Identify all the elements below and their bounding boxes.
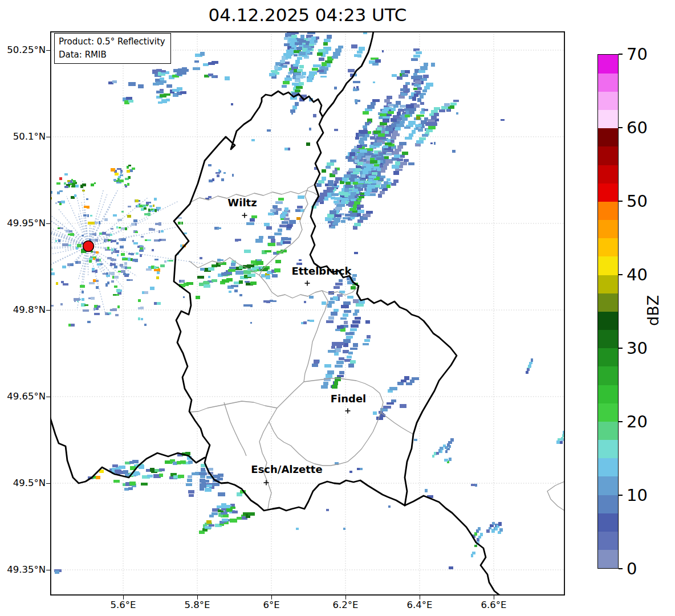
echo-cell <box>156 276 159 279</box>
echo-cell <box>200 483 205 486</box>
echo-cell <box>399 142 406 145</box>
echo-cell <box>453 100 459 103</box>
echo-cell <box>111 228 113 230</box>
echo-cell <box>373 81 375 83</box>
echo-cell <box>332 222 338 225</box>
colorbar-tick-mark <box>619 568 623 569</box>
echo-cell <box>415 124 421 127</box>
echo-cell <box>344 310 351 313</box>
echo-cell <box>341 198 349 201</box>
echo-cluster <box>373 376 419 420</box>
echo-cell <box>471 484 475 487</box>
echo-cell <box>439 109 445 112</box>
echo-cell <box>178 222 181 224</box>
colorbar-segment <box>598 183 618 202</box>
echo-cell <box>331 346 336 349</box>
echo-cell <box>413 55 421 58</box>
echo-cell <box>391 399 396 402</box>
echo-cell <box>59 190 63 192</box>
echo-cell <box>400 88 405 91</box>
echo-cell <box>336 361 344 364</box>
echo-cell <box>221 178 224 181</box>
echo-cell <box>339 279 343 283</box>
echo-cell <box>366 211 373 214</box>
echo-cell <box>379 116 383 119</box>
echo-cell <box>357 219 363 223</box>
echo-cell <box>300 35 304 39</box>
echo-cell <box>357 156 361 160</box>
echo-cell <box>365 156 371 159</box>
colorbar-segment <box>598 421 618 440</box>
echo-cell <box>131 223 135 226</box>
echo-cell <box>351 217 355 219</box>
echo-cell <box>231 263 235 266</box>
echo-cell <box>387 402 394 405</box>
echo-cell <box>288 148 291 150</box>
echo-cell <box>197 276 204 279</box>
echo-cell <box>396 101 401 105</box>
echo-cell <box>452 150 456 153</box>
echo-cell <box>286 55 292 59</box>
echo-cell <box>416 127 418 130</box>
echo-cell <box>265 250 271 253</box>
district-border-line <box>259 275 359 298</box>
echo-cluster <box>556 431 565 444</box>
echo-cell <box>291 112 294 115</box>
echo-cell <box>343 350 349 353</box>
echo-cell <box>111 168 115 172</box>
echo-cell <box>125 258 128 260</box>
echo-cell <box>102 232 106 235</box>
echo-cell <box>255 239 263 243</box>
echo-cell <box>159 474 163 478</box>
echo-cell <box>354 54 361 57</box>
echo-cell <box>181 280 185 283</box>
echo-cell <box>372 172 377 176</box>
echo-cell <box>239 280 243 284</box>
colorbar-segment <box>598 403 618 422</box>
echo-cell <box>111 239 112 242</box>
echo-cell <box>128 487 133 491</box>
echo-cell <box>87 214 89 217</box>
echo-cell <box>164 93 170 96</box>
echo-cell <box>62 266 67 268</box>
echo-cell <box>58 227 59 229</box>
echo-cluster <box>54 569 61 574</box>
echo-cell <box>82 291 84 293</box>
echo-cell <box>181 222 183 225</box>
echo-cell <box>259 267 261 270</box>
echo-cell <box>278 198 284 201</box>
echo-cell <box>217 227 221 230</box>
echo-cell <box>247 281 250 283</box>
echo-cell <box>87 206 90 209</box>
echo-cell <box>306 51 311 54</box>
echo-cell <box>212 75 216 78</box>
echo-cell <box>417 98 421 102</box>
echo-cell <box>357 184 362 187</box>
echo-cell <box>334 286 339 289</box>
echo-cell <box>309 296 314 299</box>
colorbar-segment <box>598 91 618 110</box>
echo-cell <box>188 460 193 464</box>
echo-cell <box>110 263 112 266</box>
echo-cell <box>369 176 376 178</box>
echo-cell <box>269 73 275 77</box>
echo-cell <box>368 179 373 182</box>
echo-cell <box>425 122 433 126</box>
echo-cell <box>416 51 422 54</box>
echo-cell <box>132 259 135 262</box>
echo-cell <box>136 252 139 255</box>
echo-cell <box>115 173 119 176</box>
echo-cell <box>232 174 234 177</box>
echo-cell <box>51 272 55 275</box>
echo-cell <box>64 173 68 176</box>
echo-cell <box>110 234 112 236</box>
echo-cell <box>349 471 352 473</box>
echo-cell <box>71 186 75 187</box>
echo-cell <box>93 258 95 259</box>
echo-cell <box>271 70 278 73</box>
echo-cell <box>377 139 383 142</box>
echo-cell <box>382 50 384 52</box>
echo-cell <box>149 202 151 203</box>
echo-cell <box>414 84 419 87</box>
echo-cell <box>65 243 68 246</box>
